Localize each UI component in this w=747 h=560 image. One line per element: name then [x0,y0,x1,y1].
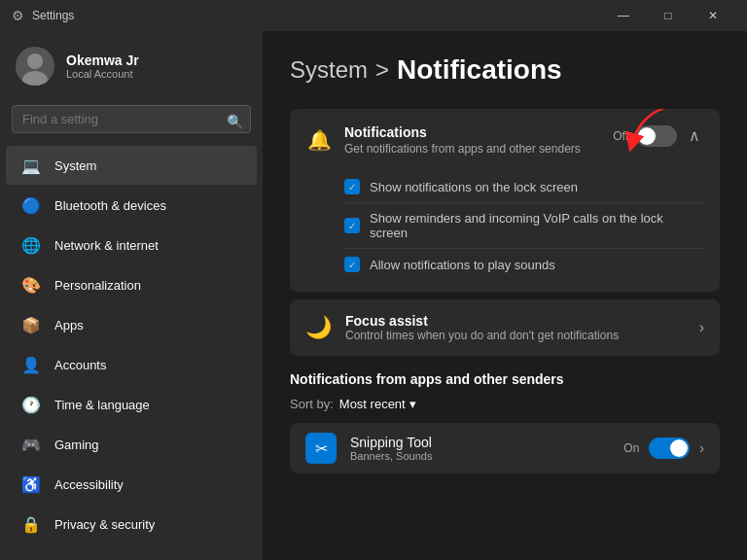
accounts-icon: 👤 [21,355,41,374]
breadcrumb: System > Notifications [290,54,720,86]
maximize-button[interactable]: □ [646,0,691,31]
apps-icon: 📦 [21,315,41,334]
close-button[interactable]: ✕ [691,0,735,31]
app-toggle-label: On [623,441,639,455]
notification-bell-icon: 🔔 [305,126,333,154]
app-info: Snipping Tool Banners, Sounds [350,435,432,462]
user-profile[interactable]: Okemwa Jr Local Account [0,31,263,97]
sidebar-item-privacy[interactable]: 🔒 Privacy & security [6,505,257,543]
network-icon: 🌐 [21,235,41,255]
sidebar-item-accounts-label: Accounts [54,358,106,372]
minimize-button[interactable]: — [601,0,646,31]
svg-point-1 [27,53,43,69]
chevron-down-icon: ▾ [409,397,416,411]
sub-item-reminders-label: Show reminders and incoming VoIP calls o… [370,211,704,240]
gaming-icon: 🎮 [21,435,41,454]
app-name: Snipping Tool [350,435,432,450]
avatar-icon [16,47,54,86]
sort-row: Sort by: Most recent ▾ [290,397,720,411]
sidebar-item-system-label: System [54,158,96,173]
checkbox-lock-screen[interactable]: ✓ [344,179,360,194]
notifications-title: Notifications [344,124,581,140]
sidebar-item-time-label: Time & language [54,398,150,412]
focus-assist-text: Focus assist Control times when you do a… [345,313,619,342]
app-row-snipping-tool[interactable]: ✂ Snipping Tool Banners, Sounds On › [290,423,720,473]
focus-assist-icon: 🌙 [305,315,332,340]
notifications-text: Notifications Get notifications from app… [344,124,581,156]
notifications-expand-button[interactable]: ∧ [685,124,704,147]
title-bar-controls: — □ ✕ [601,0,735,31]
privacy-icon: 🔒 [21,514,41,534]
accessibility-icon: ♿ [21,474,41,494]
notifications-card: 🔔 Notifications Get notifications from a… [290,109,720,292]
title-bar-left: ⚙ Settings [12,8,74,23]
sidebar-item-bluetooth-label: Bluetooth & devices [54,198,166,213]
main-layout: Okemwa Jr Local Account 🔍 💻 System 🔵 Blu… [0,31,747,560]
sidebar-item-time[interactable]: 🕐 Time & language [6,385,257,424]
sidebar-item-privacy-label: Privacy & security [54,517,155,532]
notifications-header: 🔔 Notifications Get notifications from a… [290,109,720,171]
sidebar-item-gaming[interactable]: 🎮 Gaming [6,425,257,464]
sidebar-item-gaming-label: Gaming [54,438,99,452]
nav-list: 💻 System 🔵 Bluetooth & devices 🌐 Network… [0,145,263,544]
breadcrumb-current: Notifications [397,54,562,86]
notifications-toggle[interactable] [636,125,677,147]
sidebar-item-apps-label: Apps [54,318,84,332]
sidebar-item-accounts[interactable]: 👤 Accounts [6,345,257,384]
system-icon: 💻 [21,156,41,175]
checkbox-reminders[interactable]: ✓ [344,218,360,233]
sidebar-item-bluetooth[interactable]: 🔵 Bluetooth & devices [6,186,257,225]
breadcrumb-separator: > [375,56,389,84]
app-toggle-knob [670,439,688,457]
time-icon: 🕐 [21,395,41,414]
sub-item-lock-screen: ✓ Show notifications on the lock screen [344,171,704,203]
sub-item-lock-screen-label: Show notifications on the lock screen [370,180,578,194]
snipping-tool-icon: ✂ [305,433,337,464]
sidebar-item-network[interactable]: 🌐 Network & internet [6,226,257,264]
app-subtitle: Banners, Sounds [350,450,432,462]
focus-assist-card[interactable]: 🌙 Focus assist Control times when you do… [290,299,720,356]
search-input[interactable] [12,105,251,133]
focus-assist-title: Focus assist [345,313,619,329]
notifications-toggle-label: Off [613,129,628,143]
focus-assist-chevron-icon: › [699,319,704,336]
focus-assist-subtitle: Control times when you do and don't get … [345,329,619,342]
personalization-icon: 🎨 [21,275,41,295]
bluetooth-icon: 🔵 [21,195,41,215]
sort-label: Sort by: [290,397,334,411]
user-name: Okemwa Jr [66,52,139,68]
sub-item-sounds: ✓ Allow notifications to play sounds [344,249,704,280]
search-container: 🔍 [0,97,263,145]
sidebar-item-apps[interactable]: 📦 Apps [6,305,257,344]
apps-notifications-section: Notifications from apps and other sender… [290,371,720,473]
sidebar-item-network-label: Network & internet [54,238,159,253]
checkbox-sounds[interactable]: ✓ [344,257,360,272]
breadcrumb-parent: System [290,56,368,84]
content-area: System > Notifications 🔔 Notifications G… [263,31,747,560]
title-bar-title: Settings [32,9,74,22]
avatar [16,47,54,86]
settings-icon: ⚙ [12,8,24,23]
sidebar-item-accessibility-label: Accessibility [54,477,124,492]
sidebar-item-accessibility[interactable]: ♿ Accessibility [6,465,257,504]
toggle-knob [638,127,656,145]
sort-value: Most recent [339,397,406,411]
user-subtitle: Local Account [66,68,139,80]
sidebar-item-system[interactable]: 💻 System [6,146,257,185]
sort-dropdown[interactable]: Most recent ▾ [339,397,416,411]
sidebar-item-personalization-label: Personalization [54,278,141,293]
notifications-sub-items: ✓ Show notifications on the lock screen … [290,171,720,292]
apps-section-title: Notifications from apps and other sender… [290,371,720,387]
sub-item-sounds-label: Allow notifications to play sounds [370,258,555,272]
notifications-subtitle: Get notifications from apps and other se… [344,142,581,156]
user-info: Okemwa Jr Local Account [66,52,139,80]
sub-item-reminders: ✓ Show reminders and incoming VoIP calls… [344,203,704,249]
search-icon: 🔍 [227,114,243,129]
app-chevron-icon: › [699,440,704,456]
app-controls: On › [623,438,704,459]
title-bar: ⚙ Settings — □ ✕ [0,0,747,31]
sidebar: Okemwa Jr Local Account 🔍 💻 System 🔵 Blu… [0,31,263,560]
notifications-controls: Off ∧ [613,124,704,147]
sidebar-item-personalization[interactable]: 🎨 Personalization [6,265,257,304]
app-toggle[interactable] [649,438,690,459]
